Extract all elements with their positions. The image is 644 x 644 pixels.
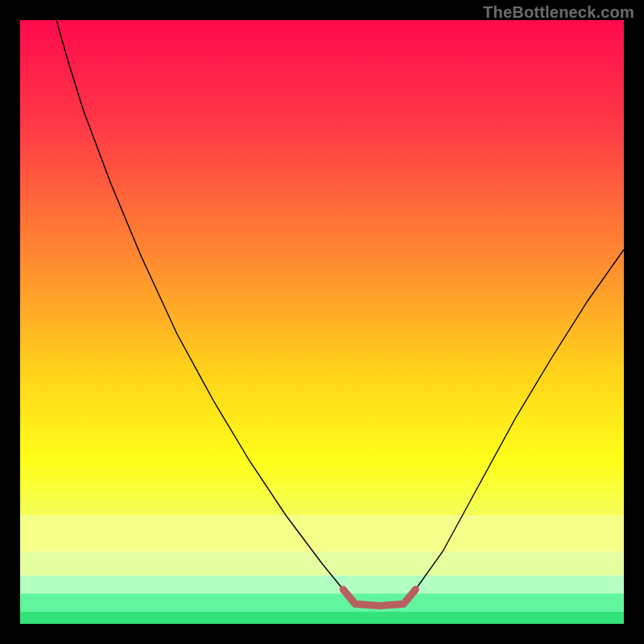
watermark-text: TheBottleneck.com xyxy=(483,3,634,22)
chart-frame: TheBottleneck.com xyxy=(0,0,644,644)
stripe xyxy=(20,594,624,613)
stripe xyxy=(20,612,624,624)
plot-svg xyxy=(20,20,624,624)
bottom-stripes xyxy=(20,515,624,624)
plot-area xyxy=(20,20,624,624)
stripe xyxy=(20,576,624,594)
stripe xyxy=(20,515,624,551)
